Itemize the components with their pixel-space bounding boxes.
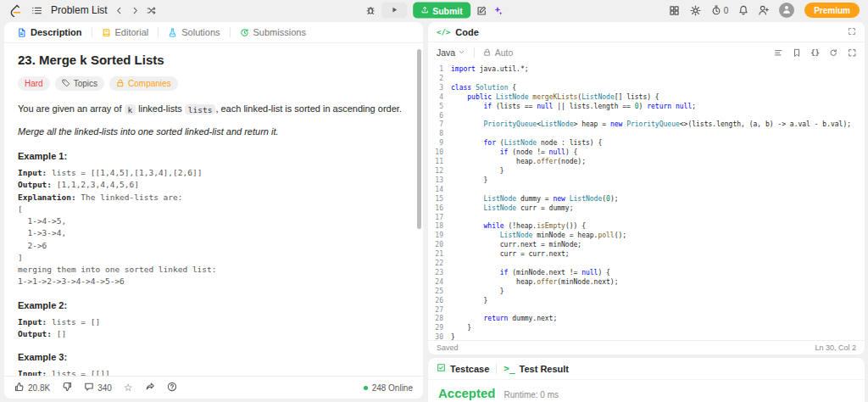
code-editor[interactable]: 1import java.util.*;23class Solution {4 … [428, 63, 865, 340]
tab-test-result[interactable]: >_ Test Result [504, 364, 569, 374]
user-avatar[interactable] [779, 3, 794, 18]
icon-glyph [483, 48, 492, 57]
code-line[interactable]: 4 public ListNode mergeKLists(ListNode[]… [428, 93, 865, 103]
code-line[interactable]: 8 [428, 130, 865, 139]
code-line[interactable]: 16 ListNode curr = dummy; [428, 204, 865, 214]
code-line[interactable]: 11 heap.offer(node); [428, 158, 865, 167]
submit-button[interactable]: Submit [413, 3, 470, 19]
debug-button[interactable] [365, 5, 376, 15]
format-code-icon[interactable] [774, 48, 783, 58]
code-line[interactable]: 7 PriorityQueue<ListNode> heap = new Pri… [428, 120, 865, 130]
code-panel-title: Code [455, 27, 479, 37]
description-tab-bar: DescriptionEditorialSolutionsSubmissions [4, 22, 423, 43]
code-line[interactable]: 2 [428, 75, 865, 84]
code-line[interactable]: 21 curr = curr.next; [428, 250, 865, 260]
code-line[interactable]: 15 ListNode dummy = new ListNode(0); [428, 195, 865, 204]
tab-divider [92, 27, 92, 37]
comments-button[interactable]: 340 [84, 382, 112, 394]
code-line[interactable]: 29 } [428, 324, 865, 333]
line-number: 18 [428, 222, 451, 232]
icon-glyph [114, 6, 124, 15]
code-line[interactable]: 27 [428, 306, 865, 315]
difficulty-badge[interactable]: Hard [18, 76, 50, 91]
editor-status-bar: Saved Ln 30, Col 2 [428, 340, 865, 355]
line-number: 1 [428, 65, 451, 75]
timer-widget[interactable]: 0 [711, 5, 729, 15]
topics-badge[interactable]: Topics [55, 76, 104, 91]
star-icon: ☆ [124, 382, 133, 393]
code-line[interactable]: 17 [428, 214, 865, 223]
companies-badge[interactable]: Companies [109, 76, 178, 91]
apps-grid-icon[interactable] [669, 5, 680, 16]
thumbs-up-icon [14, 382, 25, 394]
leetcode-logo-icon[interactable] [8, 4, 21, 17]
next-problem-icon[interactable] [131, 6, 140, 15]
braces-icon[interactable]: {} [810, 49, 820, 57]
random-problem-icon[interactable] [147, 6, 156, 15]
code-line[interactable]: 9 for (ListNode node : lists) { [428, 139, 865, 148]
tab-description[interactable]: Description [11, 22, 88, 42]
reset-code-icon[interactable] [829, 48, 838, 58]
tab-editorial[interactable]: Editorial [96, 22, 155, 42]
line-number: 15 [428, 195, 451, 204]
bookmark-icon[interactable] [793, 48, 802, 58]
code-line[interactable]: 24 heap.offer(minNode.next); [428, 278, 865, 288]
code-line[interactable]: 26 } [428, 297, 865, 306]
fullscreen-icon[interactable] [848, 48, 857, 58]
code-line[interactable]: 5 if (lists == null || lists.length == 0… [428, 103, 865, 112]
online-label: 248 Online [372, 383, 413, 393]
example-heading: Example 1: [18, 151, 403, 161]
test-result-tab-label: Test Result [520, 364, 569, 374]
maximize-panel-icon[interactable] [848, 27, 856, 37]
code-line[interactable]: 18 while (!heap.isEmpty()) { [428, 222, 865, 232]
favorite-button[interactable]: ☆ [124, 382, 133, 393]
code-line[interactable]: 14 [428, 186, 865, 195]
code-line[interactable]: 13 } [428, 176, 865, 186]
run-button[interactable] [381, 3, 407, 19]
code-line[interactable]: 22 [428, 260, 865, 269]
notes-button[interactable] [476, 5, 487, 15]
premium-button[interactable]: Premium [804, 3, 860, 18]
comment-icon [84, 382, 94, 394]
thumbs-down-icon [62, 382, 72, 394]
settings-gear-icon[interactable] [690, 5, 701, 16]
line-number: 13 [428, 176, 451, 186]
code-line[interactable]: 25 } [428, 288, 865, 297]
like-button[interactable]: 20.8K [14, 382, 50, 394]
problem-list-icon[interactable] [31, 5, 42, 16]
scrollbar-thumb[interactable] [417, 49, 421, 229]
code-line[interactable]: 30} [428, 333, 865, 340]
code-line[interactable]: 6 [428, 112, 865, 121]
notifications-bell-icon[interactable] [738, 5, 748, 15]
ai-sparkles-button[interactable] [492, 5, 503, 15]
language-selector[interactable]: Java [437, 47, 465, 58]
share-button[interactable] [145, 382, 155, 394]
problem-list-label[interactable]: Problem List [51, 4, 108, 16]
code-line[interactable]: 1import java.util.*; [428, 65, 865, 75]
tab-label: Description [31, 27, 82, 37]
line-number: 25 [428, 288, 451, 297]
previous-problem-icon[interactable] [114, 6, 124, 15]
code-line[interactable]: 28 return dummy.next; [428, 315, 865, 324]
problem-title: 23. Merge k Sorted Lists [18, 53, 403, 67]
tab-divider [496, 364, 497, 374]
code-line[interactable]: 20 curr.next = minNode; [428, 241, 865, 250]
code-line[interactable]: 19 ListNode minNode = heap.poll(); [428, 232, 865, 241]
problem-content: 23. Merge k Sorted Lists Hard Topics Com… [4, 44, 416, 376]
help-button[interactable] [167, 382, 177, 394]
tab-testcase[interactable]: Testcase [437, 363, 489, 374]
referral-icon[interactable] [759, 5, 769, 15]
check-square-icon [437, 363, 446, 374]
dislike-button[interactable] [62, 382, 72, 394]
auto-toggle[interactable]: Auto [483, 47, 513, 58]
tab-solutions[interactable]: Solutions [162, 22, 225, 42]
code-line[interactable]: 23 if (minNode.next != null) { [428, 269, 865, 278]
tab-submissions[interactable]: Submissions [234, 22, 312, 42]
example-block: Input: lists = []Output: [] [18, 316, 403, 341]
examples-section: Example 1:Input: lists = [[1,4,5],[1,3,4… [18, 151, 403, 376]
editor-toolbar: Java Auto {} [428, 42, 865, 63]
code-line[interactable]: 12 } [428, 167, 865, 176]
code-line[interactable]: 3class Solution { [428, 84, 865, 93]
chevron-down-icon [458, 47, 465, 58]
code-line[interactable]: 10 if (node != null) { [428, 148, 865, 158]
